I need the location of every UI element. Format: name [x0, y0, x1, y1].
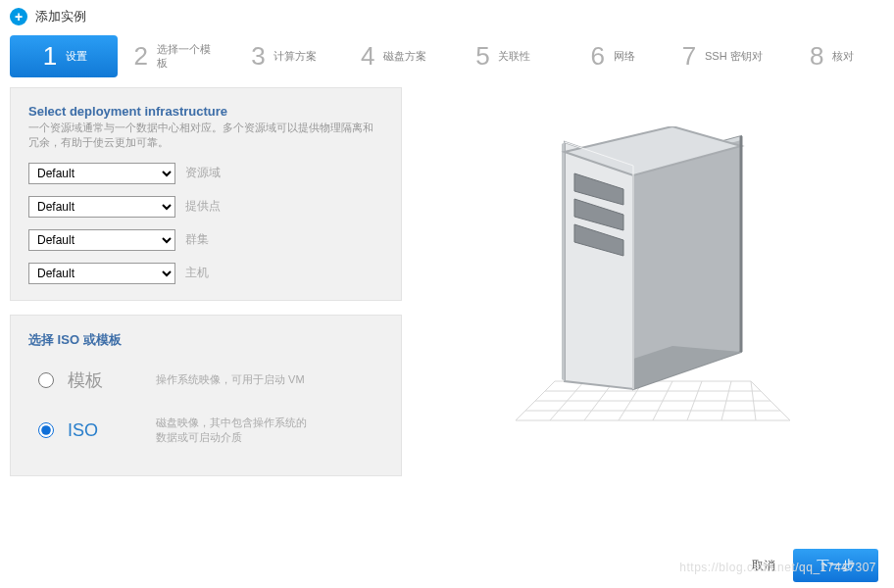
iso-radio[interactable]: [38, 422, 54, 438]
iso-template-panel: 选择 ISO 或模板 模板 操作系统映像，可用于启动 VM ISO 磁盘映像，其…: [10, 315, 402, 476]
step-number: 4: [358, 41, 377, 72]
step-label: SSH 密钥对: [705, 50, 763, 63]
zone-row: Default 资源域: [28, 163, 383, 184]
host-row: Default 主机: [28, 263, 383, 284]
step-number: 7: [679, 41, 699, 72]
step-label: 设置: [66, 50, 87, 63]
cluster-row: Default 群集: [28, 229, 383, 251]
step-5-affinity[interactable]: 5 关联性: [448, 35, 556, 77]
illustration-column: [422, 87, 884, 490]
step-label: 计算方案: [273, 50, 317, 63]
wizard-steps: 1 设置 2 选择一个模板 3 计算方案 4 磁盘方案 5 关联性 6 网络 7…: [0, 31, 894, 87]
template-option[interactable]: 模板 操作系统映像，可用于启动 VM: [28, 359, 383, 406]
step-3-compute[interactable]: 3 计算方案: [229, 35, 337, 77]
step-7-sshkey[interactable]: 7 SSH 密钥对: [668, 35, 775, 77]
zone-label: 资源域: [185, 165, 221, 181]
pod-label: 提供点: [185, 198, 221, 215]
step-number: 3: [248, 41, 268, 72]
step-8-review[interactable]: 8 核对: [776, 35, 884, 77]
iso-option[interactable]: ISO 磁盘映像，其中包含操作系统的数据或可启动介质: [28, 406, 383, 460]
step-label: 关联性: [498, 50, 530, 63]
template-radio[interactable]: [38, 372, 54, 388]
wizard-header: + 添加实例: [0, 0, 894, 31]
panel-title: 选择 ISO 或模板: [28, 331, 383, 349]
step-number: 5: [472, 41, 492, 72]
step-2-template[interactable]: 2 选择一个模板: [120, 35, 227, 77]
iso-radio-label: ISO: [68, 420, 156, 441]
cancel-button[interactable]: 取消: [752, 558, 775, 574]
step-1-settings[interactable]: 1 设置: [10, 35, 118, 77]
infrastructure-panel: Select deployment infrastructure 一个资源域通常…: [10, 87, 402, 301]
template-radio-label: 模板: [68, 368, 156, 392]
pod-row: Default 提供点: [28, 196, 383, 218]
step-6-network[interactable]: 6 网络: [558, 35, 666, 77]
zone-select[interactable]: Default: [28, 163, 175, 184]
template-radio-desc: 操作系统映像，可用于启动 VM: [156, 372, 305, 387]
wizard-title: 添加实例: [35, 8, 86, 25]
step-number: 6: [588, 41, 608, 72]
server-tower-icon: [491, 126, 815, 430]
plus-icon: +: [10, 8, 27, 25]
cluster-label: 群集: [185, 231, 209, 248]
wizard-footer: 取消 下一步: [0, 539, 894, 588]
iso-radio-desc: 磁盘映像，其中包含操作系统的数据或可启动介质: [156, 416, 313, 446]
step-number: 8: [807, 41, 826, 72]
step-number: 1: [40, 41, 60, 72]
panel-description: 一个资源域通常与一个数据中心相对应。多个资源域可以提供物理隔离和冗余，有助于使云…: [28, 121, 383, 151]
step-label: 选择一个模板: [157, 43, 216, 69]
panel-title: Select deployment infrastructure: [28, 104, 383, 119]
step-label: 磁盘方案: [383, 50, 426, 63]
next-button[interactable]: 下一步: [793, 549, 878, 582]
pod-select[interactable]: Default: [28, 196, 175, 218]
step-label: 网络: [614, 50, 635, 63]
step-number: 2: [131, 41, 151, 72]
cluster-select[interactable]: Default: [28, 229, 175, 251]
step-4-disk[interactable]: 4 磁盘方案: [338, 35, 446, 77]
host-label: 主机: [185, 265, 209, 281]
svg-marker-18: [562, 142, 565, 381]
step-label: 核对: [832, 50, 854, 63]
host-select[interactable]: Default: [28, 263, 175, 284]
form-column: Select deployment infrastructure 一个资源域通常…: [10, 87, 402, 490]
wizard-content: Select deployment infrastructure 一个资源域通常…: [0, 87, 894, 490]
